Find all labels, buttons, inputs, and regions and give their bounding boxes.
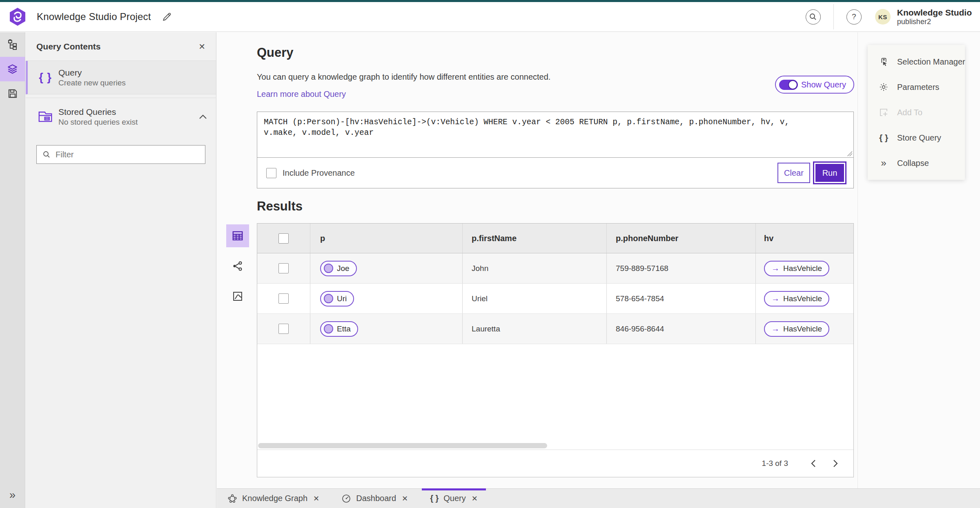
include-provenance-label: Include Provenance [283, 168, 355, 178]
braces-icon: { } [430, 494, 439, 503]
tab-query[interactable]: { } Query ✕ [422, 489, 486, 508]
column-header-firstname[interactable]: p.firstName [472, 234, 517, 243]
table-header-row: p p.firstName p.phoneNumber hv [257, 224, 853, 253]
search-icon[interactable] [806, 9, 821, 25]
node-icon [324, 264, 333, 273]
cell-firstname: John [472, 264, 488, 273]
rail-spacer [0, 106, 25, 482]
include-provenance-checkbox[interactable] [266, 168, 276, 178]
column-header-phonenumber[interactable]: p.phoneNumber [616, 234, 678, 243]
filter-input[interactable] [56, 150, 199, 159]
next-page-icon[interactable] [828, 456, 843, 471]
user-name: Knowledge Studio [897, 8, 972, 18]
entity-pill[interactable]: Joe [320, 261, 357, 276]
query-page-title: Query [257, 45, 294, 60]
braces-icon: { } [35, 71, 56, 84]
chevron-up-icon[interactable] [199, 114, 207, 119]
graph-view-icon[interactable] [226, 255, 249, 277]
query-code-area: MATCH (p:Person)-[hv:HasVehicle]->(v:Veh… [257, 112, 853, 158]
main-right-divider [858, 32, 858, 488]
relation-pill[interactable]: → HasVehicle [764, 261, 829, 276]
table-row: Etta Lauretta 846-956-8644 → HasVehicle [257, 314, 853, 344]
stored-queries-label: Stored Queries [58, 106, 138, 117]
relation-pill[interactable]: → HasVehicle [764, 291, 829, 307]
resize-grip-icon[interactable] [847, 151, 852, 156]
table-view-icon[interactable] [226, 224, 249, 247]
panel-header: Query Contents ✕ [26, 32, 216, 61]
tab-close-icon[interactable]: ✕ [472, 494, 478, 503]
tab-close-icon[interactable]: ✕ [402, 494, 408, 503]
bottom-tab-bar: Knowledge Graph ✕ Dashboard ✕ { } Query … [217, 488, 980, 508]
tab-close-icon[interactable]: ✕ [313, 494, 319, 503]
relation-arrow-icon: → [771, 264, 780, 273]
header-actions: ? KS Knowledge Studio publisher2 [806, 4, 972, 29]
show-query-label: Show Query [801, 80, 846, 90]
cell-firstname: Uriel [472, 294, 488, 303]
tab-dashboard[interactable]: Dashboard ✕ [333, 489, 416, 508]
node-icon [324, 294, 333, 303]
query-item-description: Create new queries [58, 78, 126, 88]
stored-queries-description: No stored queries exist [58, 117, 138, 128]
header-divider [833, 4, 834, 29]
store-query-item[interactable]: { } Store Query [868, 125, 965, 150]
pagination-bar: 1-3 of 3 [257, 450, 853, 477]
select-all-checkbox[interactable] [278, 233, 289, 244]
previous-page-icon[interactable] [806, 456, 821, 471]
panel-title: Query Contents [36, 42, 101, 51]
tab-knowledge-graph[interactable]: Knowledge Graph ✕ [219, 489, 327, 508]
column-header-hv[interactable]: hv [764, 234, 773, 243]
selection-manager-item[interactable]: Selection Manager [868, 49, 965, 74]
user-role: publisher2 [897, 18, 972, 26]
node-icon [324, 324, 333, 333]
knowledge-studio-app: Knowledge Studio Project ? KS Knowledge … [0, 0, 980, 508]
parameters-item[interactable]: Parameters [868, 74, 965, 100]
expand-panel-icon[interactable]: » [0, 482, 25, 508]
avatar[interactable]: KS [875, 9, 891, 25]
query-editor-panel: MATCH (p:Person)-[hv:HasVehicle]->(v:Veh… [257, 112, 854, 188]
filter-field [36, 145, 205, 164]
query-tools-panel: Selection Manager Parameters Add To { } [868, 45, 965, 180]
relation-arrow-icon: → [771, 294, 780, 303]
results-title: Results [257, 199, 303, 214]
pagination-label: 1-3 of 3 [762, 459, 788, 468]
add-to-icon [878, 107, 889, 117]
left-icon-rail: » [0, 32, 25, 508]
close-icon[interactable]: ✕ [198, 42, 205, 51]
query-editor-footer: Include Provenance Clear Run [257, 158, 853, 188]
layers-icon[interactable] [0, 57, 25, 81]
entity-pill[interactable]: Etta [320, 321, 358, 337]
clear-button[interactable]: Clear [777, 163, 810, 183]
dashboard-gauge-icon [341, 494, 351, 504]
search-icon [42, 150, 51, 159]
learn-more-link[interactable]: Learn more about Query [257, 90, 346, 99]
run-button[interactable]: Run [814, 163, 845, 183]
row-checkbox[interactable] [278, 263, 289, 273]
results-table: p p.firstName p.phoneNumber hv Joe John … [257, 223, 854, 477]
help-icon[interactable]: ? [846, 9, 862, 25]
scrollbar-thumb[interactable] [258, 443, 547, 448]
save-icon[interactable] [0, 81, 25, 106]
query-description: You can query a knowledge graph to ident… [257, 72, 550, 82]
cell-phonenumber: 578-654-7854 [616, 294, 664, 303]
toggle-on-icon[interactable] [779, 80, 798, 90]
app-header: Knowledge Studio Project ? KS Knowledge … [0, 2, 980, 32]
collapse-item[interactable]: » Collapse [868, 150, 965, 176]
query-editor[interactable]: MATCH (p:Person)-[hv:HasVehicle]->(v:Veh… [264, 117, 813, 138]
user-block: Knowledge Studio publisher2 [897, 8, 972, 26]
column-header-p[interactable]: p [320, 234, 325, 243]
chart-view-icon[interactable] [226, 285, 249, 308]
show-query-toggle[interactable]: Show Query [775, 76, 854, 94]
add-to-item: Add To [868, 100, 965, 125]
entity-pill[interactable]: Uri [320, 291, 354, 307]
panel-item-stored-queries[interactable]: Stored Queries No stored queries exist [26, 98, 216, 135]
results-view-switcher [226, 224, 249, 308]
horizontal-scrollbar [257, 442, 853, 450]
row-checkbox[interactable] [278, 324, 289, 334]
edit-title-icon[interactable] [162, 11, 172, 22]
double-chevron-right-icon: » [878, 157, 889, 169]
relation-pill[interactable]: → HasVehicle [764, 321, 829, 337]
project-structure-icon[interactable] [0, 32, 25, 57]
table-row: Uri Uriel 578-654-7854 → HasVehicle [257, 284, 853, 314]
panel-item-query[interactable]: { } Query Create new queries [26, 61, 216, 94]
row-checkbox[interactable] [278, 293, 289, 304]
